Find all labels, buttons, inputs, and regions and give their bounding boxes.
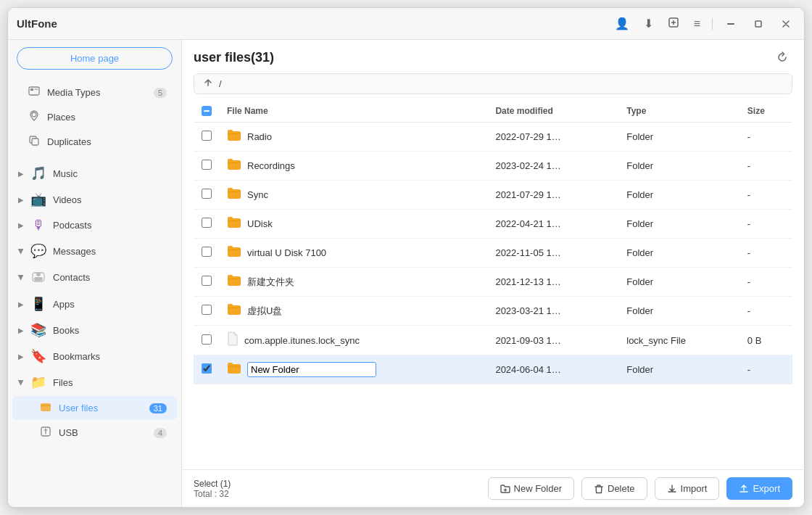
files-icon: 📁 xyxy=(30,374,47,390)
books-icon: 📚 xyxy=(30,322,47,338)
row-checkbox-cell[interactable] xyxy=(194,326,220,355)
media-types-label: Media Types xyxy=(47,87,148,98)
sidebar-item-duplicates[interactable]: Duplicates xyxy=(12,130,177,154)
duplicates-label: Duplicates xyxy=(47,136,167,147)
th-filename: File Name xyxy=(220,100,488,123)
delete-button[interactable]: Delete xyxy=(581,477,647,500)
row-checkbox[interactable] xyxy=(202,218,212,228)
profile-icon[interactable]: 👤 xyxy=(612,14,632,33)
row-checkbox[interactable] xyxy=(202,189,212,199)
sidebar-item-places[interactable]: Places xyxy=(12,105,177,129)
sidebar-item-podcasts[interactable]: ▶ 🎙 Podcasts xyxy=(8,213,181,238)
filename-text: virtual U Disk 7100 xyxy=(247,247,326,258)
filename-editing-input[interactable] xyxy=(247,362,376,377)
sidebar-item-media-types[interactable]: Media Types 5 xyxy=(12,81,177,104)
row-filename-cell: 虚拟U盘 xyxy=(220,297,488,326)
sidebar-item-files[interactable]: ▶ 📁 Files xyxy=(8,369,181,395)
row-checkbox[interactable] xyxy=(202,276,212,286)
row-type-cell: Folder xyxy=(619,355,740,384)
row-size-cell: - xyxy=(740,210,792,239)
row-checkbox-cell[interactable] xyxy=(194,181,220,210)
row-checkbox-cell[interactable] xyxy=(194,355,220,384)
row-checkbox-cell[interactable] xyxy=(194,152,220,181)
svg-rect-8 xyxy=(32,139,38,145)
videos-icon: 📺 xyxy=(30,191,47,207)
files-arrow: ▶ xyxy=(17,379,25,385)
download-icon[interactable]: ⬇ xyxy=(641,14,656,33)
row-size-cell: - xyxy=(740,268,792,297)
file-table: File Name Date modified Type Size Radio2… xyxy=(194,100,792,384)
table-row[interactable]: virtual U Disk 71002022-11-05 1…Folder- xyxy=(194,239,792,268)
filename-text: UDisk xyxy=(247,218,273,229)
export-button[interactable]: Export xyxy=(726,477,792,500)
app-window: UltFone 👤 ⬇ ≡ xyxy=(7,7,805,508)
table-row[interactable]: Recordings2023-02-24 1…Folder- xyxy=(194,152,792,181)
sidebar-item-bookmarks[interactable]: ▶ 🔖 Bookmarks xyxy=(8,343,181,369)
file-table-container[interactable]: File Name Date modified Type Size Radio2… xyxy=(182,100,804,469)
usb-badge: 4 xyxy=(154,428,167,438)
row-checkbox-cell[interactable] xyxy=(194,210,220,239)
table-row[interactable]: 2024-06-04 1…Folder- xyxy=(194,355,792,384)
new-folder-button[interactable]: New Folder xyxy=(488,477,574,500)
row-type-cell: Folder xyxy=(619,239,740,268)
menu-icon[interactable]: ≡ xyxy=(691,15,703,33)
contacts-label: Contacts xyxy=(53,272,171,283)
sidebar-item-music[interactable]: ▶ 🎵 Music xyxy=(8,160,181,186)
row-date-cell: 2023-03-21 1… xyxy=(488,297,619,326)
sidebar-item-videos[interactable]: ▶ 📺 Videos xyxy=(8,186,181,213)
row-checkbox[interactable] xyxy=(202,131,212,141)
maximize-button[interactable] xyxy=(749,15,768,33)
row-filename-cell: Recordings xyxy=(220,152,488,181)
row-checkbox-cell[interactable] xyxy=(194,268,220,297)
table-row[interactable]: com.apple.itunes.lock_sync2021-09-03 1…l… xyxy=(194,326,792,355)
row-type-cell: Folder xyxy=(619,268,740,297)
bookmarks-arrow: ▶ xyxy=(18,353,24,360)
th-size: Size xyxy=(740,100,792,123)
app-logo: UltFone xyxy=(17,17,57,30)
sidebar-item-apps[interactable]: ▶ 📱 Apps xyxy=(8,291,181,317)
sidebar-utilities: Media Types 5 Places xyxy=(8,77,181,157)
messages-arrow: ▶ xyxy=(17,248,25,254)
row-checkbox-cell[interactable] xyxy=(194,297,220,326)
filename-text: 新建文件夹 xyxy=(247,276,294,289)
bookmarks-icon: 🔖 xyxy=(30,348,47,364)
table-row[interactable]: 虚拟U盘2023-03-21 1…Folder- xyxy=(194,297,792,326)
sidebar-item-books[interactable]: ▶ 📚 Books xyxy=(8,317,181,343)
row-checkbox[interactable] xyxy=(202,305,212,315)
table-row[interactable]: Radio2022-07-29 1…Folder- xyxy=(194,123,792,152)
row-date-cell: 2021-09-03 1… xyxy=(488,326,619,355)
row-checkbox[interactable] xyxy=(202,160,212,170)
row-checkbox-cell[interactable] xyxy=(194,239,220,268)
th-select-all[interactable] xyxy=(194,100,220,123)
podcasts-label: Podcasts xyxy=(53,220,171,231)
user-files-label: User files xyxy=(59,403,144,413)
path-up-button[interactable] xyxy=(202,78,215,90)
sidebar-subitem-usb[interactable]: USB 4 xyxy=(12,421,177,445)
share-icon[interactable] xyxy=(665,14,682,34)
title-bar: UltFone 👤 ⬇ ≡ xyxy=(8,8,804,40)
row-size-cell: 0 B xyxy=(740,326,792,355)
select-count: Select (1) xyxy=(194,479,231,489)
refresh-button[interactable] xyxy=(772,47,792,67)
row-filename-cell: UDisk xyxy=(220,210,488,239)
row-size-cell: - xyxy=(740,239,792,268)
select-all-minus[interactable] xyxy=(202,106,212,116)
table-row[interactable]: 新建文件夹2021-12-13 1…Folder- xyxy=(194,268,792,297)
sidebar-item-contacts[interactable]: ▶ Contacts xyxy=(8,264,181,291)
row-checkbox[interactable] xyxy=(202,247,212,257)
table-row[interactable]: Sync2021-07-29 1…Folder- xyxy=(194,181,792,210)
home-button[interactable]: Home page xyxy=(17,47,173,70)
row-checkbox[interactable] xyxy=(202,334,212,345)
row-date-cell: 2022-07-29 1… xyxy=(488,123,619,152)
row-checkbox-cell[interactable] xyxy=(194,123,220,152)
th-date-modified: Date modified xyxy=(488,100,619,123)
close-button[interactable] xyxy=(776,15,795,33)
import-button[interactable]: Import xyxy=(655,477,720,500)
table-row[interactable]: UDisk2022-04-21 1…Folder- xyxy=(194,210,792,239)
sidebar-item-messages[interactable]: ▶ 💬 Messages xyxy=(8,238,181,264)
sidebar-subitem-user-files[interactable]: User files 31 xyxy=(12,396,177,420)
media-types-badge: 5 xyxy=(154,88,167,98)
row-checkbox[interactable] xyxy=(202,363,212,374)
row-date-cell: 2021-07-29 1… xyxy=(488,181,619,210)
minimize-button[interactable] xyxy=(721,15,740,33)
